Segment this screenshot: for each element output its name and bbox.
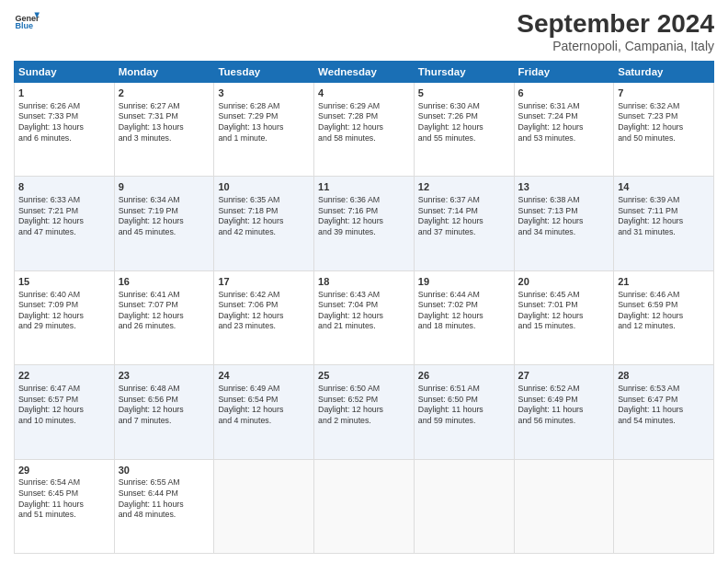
day-info: Sunrise: 6:52 AM Sunset: 6:49 PM Dayligh…	[518, 384, 610, 426]
day-number: 7	[618, 86, 710, 100]
calendar-cell-5-3	[214, 459, 314, 553]
day-number: 21	[618, 275, 710, 289]
day-number: 8	[18, 180, 110, 194]
calendar-cell-4-1: 22Sunrise: 6:47 AM Sunset: 6:57 PM Dayli…	[15, 365, 115, 459]
svg-text:Blue: Blue	[15, 21, 33, 30]
calendar-cell-4-7: 28Sunrise: 6:53 AM Sunset: 6:47 PM Dayli…	[614, 365, 714, 459]
day-info: Sunrise: 6:34 AM Sunset: 7:19 PM Dayligh…	[119, 195, 210, 237]
day-info: Sunrise: 6:44 AM Sunset: 7:02 PM Dayligh…	[418, 290, 510, 332]
calendar-cell-5-4	[314, 459, 415, 553]
day-info: Sunrise: 6:30 AM Sunset: 7:26 PM Dayligh…	[418, 101, 510, 144]
day-number: 26	[418, 369, 510, 383]
day-number: 29	[18, 464, 110, 477]
day-number: 11	[318, 180, 410, 194]
day-number: 2	[119, 86, 210, 100]
calendar-cell-5-7	[614, 459, 714, 553]
calendar-week-1: 1Sunrise: 6:26 AM Sunset: 7:33 PM Daylig…	[15, 83, 714, 177]
day-info: Sunrise: 6:31 AM Sunset: 7:24 PM Dayligh…	[518, 101, 610, 144]
calendar-cell-1-5: 5Sunrise: 6:30 AM Sunset: 7:26 PM Daylig…	[414, 83, 514, 177]
day-info: Sunrise: 6:50 AM Sunset: 6:52 PM Dayligh…	[318, 384, 410, 426]
calendar-cell-1-7: 7Sunrise: 6:32 AM Sunset: 7:23 PM Daylig…	[614, 83, 714, 177]
calendar-cell-3-7: 21Sunrise: 6:46 AM Sunset: 6:59 PM Dayli…	[614, 270, 714, 364]
day-number: 10	[218, 180, 310, 194]
calendar-cell-1-6: 6Sunrise: 6:31 AM Sunset: 7:24 PM Daylig…	[514, 83, 614, 177]
day-info: Sunrise: 6:40 AM Sunset: 7:09 PM Dayligh…	[18, 290, 110, 332]
calendar-week-4: 22Sunrise: 6:47 AM Sunset: 6:57 PM Dayli…	[15, 365, 714, 459]
location: Paternopoli, Campania, Italy	[517, 39, 714, 53]
col-header-monday: Monday	[114, 62, 214, 83]
calendar-week-5: 29Sunrise: 6:54 AM Sunset: 6:45 PM Dayli…	[15, 459, 714, 553]
col-header-tuesday: Tuesday	[214, 62, 314, 83]
day-number: 30	[119, 464, 210, 477]
day-info: Sunrise: 6:36 AM Sunset: 7:16 PM Dayligh…	[318, 195, 410, 237]
calendar-cell-3-2: 16Sunrise: 6:41 AM Sunset: 7:07 PM Dayli…	[114, 270, 214, 364]
day-number: 16	[119, 275, 210, 289]
day-info: Sunrise: 6:37 AM Sunset: 7:14 PM Dayligh…	[418, 195, 510, 237]
day-info: Sunrise: 6:55 AM Sunset: 6:44 PM Dayligh…	[119, 477, 210, 520]
day-number: 14	[618, 180, 710, 194]
day-info: Sunrise: 6:53 AM Sunset: 6:47 PM Dayligh…	[618, 384, 710, 426]
calendar-cell-1-2: 2Sunrise: 6:27 AM Sunset: 7:31 PM Daylig…	[114, 83, 214, 177]
day-info: Sunrise: 6:32 AM Sunset: 7:23 PM Dayligh…	[618, 101, 710, 144]
day-number: 20	[518, 275, 610, 289]
calendar-week-2: 8Sunrise: 6:33 AM Sunset: 7:21 PM Daylig…	[15, 177, 714, 270]
calendar-cell-4-5: 26Sunrise: 6:51 AM Sunset: 6:50 PM Dayli…	[414, 365, 514, 459]
calendar-cell-4-3: 24Sunrise: 6:49 AM Sunset: 6:54 PM Dayli…	[214, 365, 314, 459]
calendar-cell-2-3: 10Sunrise: 6:35 AM Sunset: 7:18 PM Dayli…	[214, 177, 314, 270]
day-number: 4	[318, 86, 410, 100]
calendar-week-3: 15Sunrise: 6:40 AM Sunset: 7:09 PM Dayli…	[15, 270, 714, 364]
calendar-cell-5-2: 30Sunrise: 6:55 AM Sunset: 6:44 PM Dayli…	[114, 459, 214, 553]
day-info: Sunrise: 6:28 AM Sunset: 7:29 PM Dayligh…	[218, 101, 310, 144]
calendar-cell-1-1: 1Sunrise: 6:26 AM Sunset: 7:33 PM Daylig…	[15, 83, 115, 177]
day-info: Sunrise: 6:33 AM Sunset: 7:21 PM Dayligh…	[18, 195, 110, 237]
day-info: Sunrise: 6:43 AM Sunset: 7:04 PM Dayligh…	[318, 290, 410, 332]
day-info: Sunrise: 6:47 AM Sunset: 6:57 PM Dayligh…	[18, 384, 110, 426]
day-number: 15	[18, 275, 110, 289]
calendar-cell-1-4: 4Sunrise: 6:29 AM Sunset: 7:28 PM Daylig…	[314, 83, 415, 177]
calendar-cell-5-5	[414, 459, 514, 553]
day-info: Sunrise: 6:29 AM Sunset: 7:28 PM Dayligh…	[318, 101, 410, 144]
calendar-cell-3-4: 18Sunrise: 6:43 AM Sunset: 7:04 PM Dayli…	[314, 270, 415, 364]
day-number: 3	[218, 86, 310, 100]
calendar-cell-4-4: 25Sunrise: 6:50 AM Sunset: 6:52 PM Dayli…	[314, 365, 415, 459]
logo: General Blue	[14, 9, 40, 35]
calendar-cell-2-5: 12Sunrise: 6:37 AM Sunset: 7:14 PM Dayli…	[414, 177, 514, 270]
day-info: Sunrise: 6:41 AM Sunset: 7:07 PM Dayligh…	[119, 290, 210, 332]
day-number: 9	[119, 180, 210, 194]
day-number: 17	[218, 275, 310, 289]
day-info: Sunrise: 6:27 AM Sunset: 7:31 PM Dayligh…	[119, 101, 210, 144]
day-info: Sunrise: 6:48 AM Sunset: 6:56 PM Dayligh…	[119, 384, 210, 426]
day-number: 23	[119, 369, 210, 383]
day-number: 25	[318, 369, 410, 383]
calendar-cell-3-1: 15Sunrise: 6:40 AM Sunset: 7:09 PM Dayli…	[15, 270, 115, 364]
calendar-cell-2-6: 13Sunrise: 6:38 AM Sunset: 7:13 PM Dayli…	[514, 177, 614, 270]
col-header-thursday: Thursday	[414, 62, 514, 83]
day-info: Sunrise: 6:54 AM Sunset: 6:45 PM Dayligh…	[18, 477, 110, 520]
header: General Blue September 2024 Paternopoli,…	[14, 9, 714, 53]
calendar-cell-2-2: 9Sunrise: 6:34 AM Sunset: 7:19 PM Daylig…	[114, 177, 214, 270]
calendar-cell-2-7: 14Sunrise: 6:39 AM Sunset: 7:11 PM Dayli…	[614, 177, 714, 270]
day-info: Sunrise: 6:38 AM Sunset: 7:13 PM Dayligh…	[518, 195, 610, 237]
calendar-cell-2-1: 8Sunrise: 6:33 AM Sunset: 7:21 PM Daylig…	[15, 177, 115, 270]
calendar-cell-3-6: 20Sunrise: 6:45 AM Sunset: 7:01 PM Dayli…	[514, 270, 614, 364]
col-header-sunday: Sunday	[15, 62, 115, 83]
day-number: 13	[518, 180, 610, 194]
day-info: Sunrise: 6:45 AM Sunset: 7:01 PM Dayligh…	[518, 290, 610, 332]
day-number: 24	[218, 369, 310, 383]
day-number: 28	[618, 369, 710, 383]
calendar-cell-5-6	[514, 459, 614, 553]
day-number: 5	[418, 86, 510, 100]
day-number: 22	[18, 369, 110, 383]
col-header-wednesday: Wednesday	[314, 62, 415, 83]
logo-icon: General Blue	[14, 9, 40, 35]
day-info: Sunrise: 6:46 AM Sunset: 6:59 PM Dayligh…	[618, 290, 710, 332]
day-number: 6	[518, 86, 610, 100]
day-info: Sunrise: 6:35 AM Sunset: 7:18 PM Dayligh…	[218, 195, 310, 237]
day-number: 1	[18, 86, 110, 100]
day-number: 27	[518, 369, 610, 383]
day-info: Sunrise: 6:51 AM Sunset: 6:50 PM Dayligh…	[418, 384, 510, 426]
calendar: SundayMondayTuesdayWednesdayThursdayFrid…	[14, 61, 714, 554]
calendar-cell-2-4: 11Sunrise: 6:36 AM Sunset: 7:16 PM Dayli…	[314, 177, 415, 270]
col-header-saturday: Saturday	[614, 62, 714, 83]
calendar-header-row: SundayMondayTuesdayWednesdayThursdayFrid…	[15, 62, 714, 83]
